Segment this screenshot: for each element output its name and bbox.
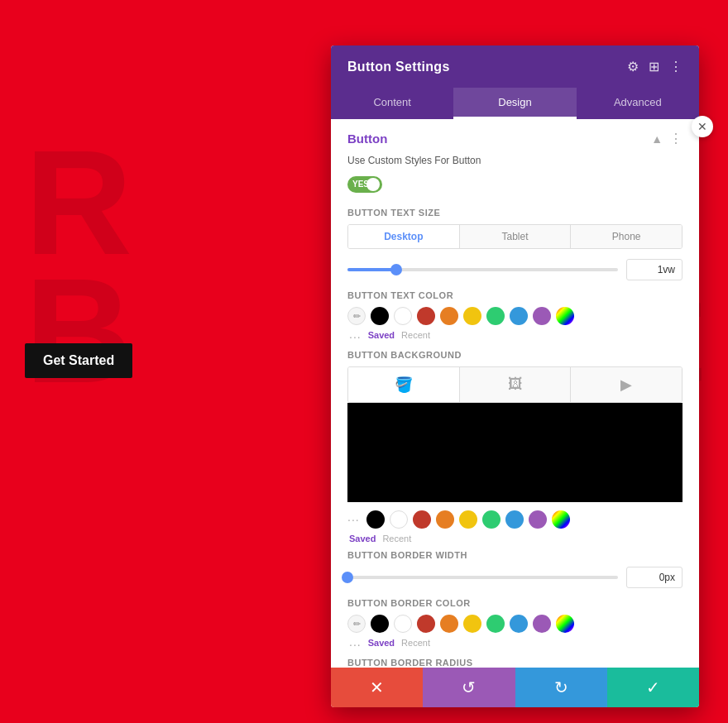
swatch-yellow-border[interactable] [463,615,481,633]
tab-advanced[interactable]: Advanced [577,88,699,119]
border-color-dots[interactable]: ··· [349,638,362,651]
panel-header-icons: ⚙ ⊞ ⋮ [627,59,682,74]
panel-tabs: Content Design Advanced [331,88,699,119]
slider-thumb[interactable] [390,264,402,275]
tab-content[interactable]: Content [331,88,453,119]
border-width-slider-row [347,567,682,588]
sub-tab-tablet[interactable]: Tablet [460,225,572,248]
swatch-green-text[interactable] [486,307,505,325]
bg-color-preview [347,403,682,502]
border-color-swatches: ✏ [347,615,682,633]
text-color-saved[interactable]: Saved [368,330,395,343]
bg-color-saved[interactable]: Saved [349,534,376,543]
bg-tab-image[interactable]: 🖼 [460,367,572,402]
text-size-label: Button Text Size [347,208,682,218]
text-color-meta: ··· Saved Recent [347,330,682,343]
text-color-recent[interactable]: Recent [401,330,430,343]
swatch-white-text[interactable] [394,307,412,325]
panel-header: Button Settings ⚙ ⊞ ⋮ [331,45,699,88]
slider-fill [347,268,396,271]
swatch-gradient-bg[interactable] [552,510,570,529]
swatch-white-border[interactable] [394,615,412,633]
text-size-slider-track[interactable] [347,268,618,271]
swatch-orange-text[interactable] [440,307,458,325]
redo-button[interactable]: ↻ [515,668,607,707]
toggle-container: YES [347,176,682,196]
swatch-red-border[interactable] [417,615,435,633]
cancel-button[interactable]: ✕ [331,668,423,707]
custom-styles-row: Use Custom Styles For Button [347,155,682,166]
bg-color-dots[interactable]: ··· [347,513,360,526]
swatch-purple-border[interactable] [533,615,551,633]
sub-tab-phone[interactable]: Phone [571,225,682,248]
section-body: Use Custom Styles For Button YES Button … [331,155,699,668]
swatch-purple-text[interactable] [533,307,551,325]
action-bar: ✕ ↺ ↻ ✓ [331,668,699,707]
swatch-black-bg[interactable] [366,510,385,529]
swatch-blue-bg[interactable] [505,510,524,529]
reset-button[interactable]: ↺ [423,668,515,707]
toggle-yes-text: YES [352,180,369,189]
text-color-swatches: ✏ [347,307,682,325]
bg-type-tabs: 🪣 🖼 ▶ [347,366,682,403]
text-color-label: Button Text Color [347,290,682,300]
columns-icon[interactable]: ⊞ [649,59,659,74]
border-color-saved[interactable]: Saved [368,638,395,651]
panel-content: Button ▲ ⋮ Use Custom Styles For Button … [331,119,699,668]
section-title: Button [347,132,387,146]
swatch-black-border[interactable] [371,615,389,633]
swatch-black-text[interactable] [371,307,389,325]
section-more-icon[interactable]: ⋮ [669,131,682,146]
swatch-blue-border[interactable] [510,615,528,633]
sub-tabs: Desktop Tablet Phone [347,224,682,249]
bg-color-swatches: ··· [347,510,682,529]
panel-title: Button Settings [347,60,450,74]
border-radius-label: Button Border Radius [347,658,682,668]
bg-label: Button Background [347,350,682,360]
custom-styles-label: Use Custom Styles For Button [347,155,481,166]
border-color-picker[interactable]: ✏ [347,615,366,633]
border-slider-thumb[interactable] [342,572,353,583]
save-button[interactable]: ✓ [607,668,699,707]
swatch-blue-text[interactable] [510,307,528,325]
section-header: Button ▲ ⋮ [331,119,699,155]
swatch-orange-bg[interactable] [436,510,454,529]
bg-letter-b: B [25,256,132,405]
sub-tab-desktop[interactable]: Desktop [348,225,460,248]
border-width-slider-track[interactable] [347,576,618,579]
more-icon[interactable]: ⋮ [669,59,682,74]
tab-design[interactable]: Design [453,88,576,119]
text-size-slider-row [347,259,682,280]
section-controls: ▲ ⋮ [651,131,682,146]
swatch-red-text[interactable] [417,307,435,325]
swatch-green-bg[interactable] [482,510,500,529]
panel-close-button[interactable]: ✕ [692,116,713,137]
border-color-meta: ··· Saved Recent [347,638,682,651]
border-width-value[interactable] [626,567,682,588]
swatch-yellow-bg[interactable] [459,510,477,529]
swatch-white-bg[interactable] [390,510,408,529]
swatch-gradient-border[interactable] [556,615,574,633]
settings-icon[interactable]: ⚙ [627,59,639,74]
section-collapse-icon[interactable]: ▲ [651,132,663,146]
swatch-red-bg[interactable] [413,510,431,529]
border-color-recent[interactable]: Recent [401,638,430,651]
border-color-label: Button Border Color [347,598,682,608]
swatch-green-border[interactable] [486,615,505,633]
bg-tab-video[interactable]: ▶ [571,367,682,402]
swatch-gradient-text[interactable] [556,307,574,325]
bg-color-meta: Saved Recent [347,534,682,543]
text-size-value[interactable] [626,259,682,280]
swatch-yellow-text[interactable] [463,307,481,325]
border-width-label: Button Border Width [347,550,682,560]
swatch-orange-border[interactable] [440,615,458,633]
bg-tab-solid[interactable]: 🪣 [348,367,460,402]
swatch-purple-bg[interactable] [529,510,547,529]
button-section: Button ▲ ⋮ Use Custom Styles For Button … [331,119,699,668]
bg-color-recent[interactable]: Recent [382,534,411,543]
text-color-picker[interactable]: ✏ [347,307,366,325]
button-settings-panel: Button Settings ⚙ ⊞ ⋮ Content Design Adv… [331,45,699,707]
custom-styles-toggle[interactable]: YES [347,176,382,193]
get-started-button[interactable]: Get Started [25,343,132,378]
text-color-dots[interactable]: ··· [349,330,362,343]
